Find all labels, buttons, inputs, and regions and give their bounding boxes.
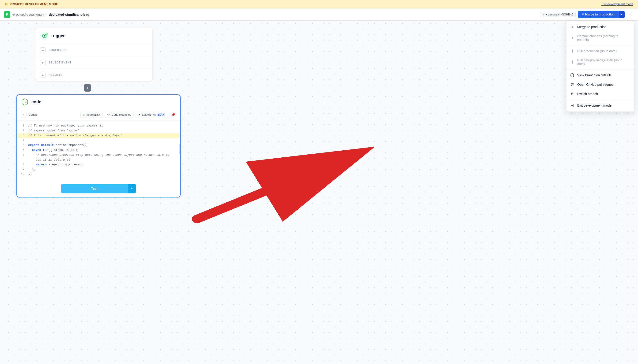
workflow-icon: ⊙ — [12, 13, 15, 16]
dropdown-item-exit-dev[interactable]: Exit development mode — [566, 101, 634, 110]
code-content-8: return steps.trigger.event — [36, 162, 83, 167]
test-dropdown-button[interactable]: ▾ — [128, 184, 136, 193]
merge-to-production-button[interactable]: ⑂ Merge to production — [578, 11, 618, 18]
branch-icon: ⑂ — [543, 13, 544, 16]
ai-icon: ✦ — [138, 113, 140, 116]
code-line-5: 5 export default defineComponent({ — [21, 143, 176, 148]
beta-badge: BETA — [157, 113, 165, 116]
code-content-3: // This comment will show how changes ar… — [28, 133, 121, 138]
test-button-area: Test ▾ — [17, 180, 180, 197]
code-section-label: CODE — [29, 113, 37, 116]
line-num-9: 9 — [21, 167, 24, 172]
nodejs-icon — [21, 98, 29, 106]
exit-icon — [570, 103, 574, 108]
chevron-down-icon: ▾ — [131, 187, 133, 190]
line-num-8: 8 — [21, 162, 24, 167]
separator-3 — [566, 100, 634, 100]
svg-point-0 — [572, 37, 573, 39]
select-event-expand-icon: ▶ — [40, 60, 46, 65]
dropdown-item-open-pr[interactable]: Open GitHub pull request — [566, 80, 634, 89]
dot-icon — [570, 36, 574, 40]
main-content: trigger ▶ CONFIGURE ▶ SELECT EVENT ▶ RES… — [0, 20, 638, 364]
merge-icon — [570, 25, 574, 29]
project-name[interactable]: dedicated-significant-lead — [49, 13, 89, 16]
results-expand-icon: ▶ — [40, 72, 46, 78]
code-line-8: 8 return steps.trigger.event — [21, 162, 176, 167]
line-num-5: 5 — [21, 143, 24, 148]
merge-button-group: ⑂ Merge to production ▾ — [578, 11, 625, 18]
code-line-3: 3 // This comment will show how changes … — [17, 133, 180, 138]
breadcrumb-sep: > — [46, 13, 47, 16]
line-num-4: 4 — [21, 138, 24, 143]
configure-label: CONFIGURE — [49, 48, 67, 52]
code-content-6: async run({ steps, $ }) { — [28, 148, 78, 153]
pull-dev-icon — [570, 60, 574, 64]
dropdown-view-github-label: View branch on GitHub — [577, 73, 611, 77]
branch-badge: ⑂ ♥ dev-pravin-SQHB46 — [540, 12, 576, 17]
trigger-results-section[interactable]: ▶ RESULTS — [36, 69, 152, 81]
keyword-export: export — [28, 143, 39, 147]
select-event-label: SELECT EVENT — [49, 61, 72, 64]
dropdown-merge-label: Merge to production — [577, 25, 606, 29]
dropdown-item-merge[interactable]: Merge to production — [566, 22, 634, 32]
test-button[interactable]: Test — [61, 184, 128, 193]
separator-2 — [566, 69, 634, 70]
trigger-icon — [40, 32, 49, 40]
dropdown-item-pull-dev: Pull dev-pravin-SQHB46 (up to date) — [566, 56, 634, 68]
org-name[interactable]: ⊙ poised-usual-kingly — [12, 13, 44, 16]
line-num-10: 10 — [21, 172, 24, 177]
nav-right: ⑂ ♥ dev-pravin-SQHB46 ⑂ Merge to product… — [540, 10, 634, 18]
dropdown-exit-dev-label: Exit development mode — [577, 104, 611, 107]
dropdown-pull-prod-label: Pull production (up to date) — [577, 49, 617, 53]
code-line-6: 6 async run({ steps, $ }) { — [21, 148, 176, 153]
code-line-7: 7 // Reference previous step data using … — [21, 153, 176, 162]
pin-button[interactable]: 📌 — [170, 112, 176, 118]
line-num-6: 6 — [21, 148, 24, 153]
code-examples-button[interactable]: <> Code examples — [105, 112, 134, 118]
code-card-header: code — [17, 95, 180, 109]
code-line-9: 9 }, — [21, 167, 176, 172]
trigger-select-event-section[interactable]: ▶ SELECT EVENT — [36, 56, 152, 69]
results-label: RESULTS — [49, 73, 62, 76]
branch-switch-icon — [570, 92, 574, 96]
add-step-button[interactable]: + — [84, 84, 91, 92]
trigger-card: trigger ▶ CONFIGURE ▶ SELECT EVENT ▶ RES… — [35, 28, 152, 81]
dev-banner: ⚙ PROJECT DEVELOPMENT MODE Exit developm… — [0, 0, 638, 8]
code-editor[interactable]: 1 // To use any npm package, just import… — [17, 121, 180, 180]
merge-dropdown-arrow[interactable]: ▾ — [618, 11, 625, 18]
edit-with-ai-button[interactable]: ✦ Edit with AI BETA — [136, 112, 168, 118]
configure-expand-icon: ▶ — [40, 47, 46, 53]
code-content-1: // To use any npm package, just import i… — [28, 124, 103, 128]
code-line-10: 10 }) — [21, 172, 176, 177]
line-num-1: 1 — [21, 124, 24, 128]
trigger-configure-section[interactable]: ▶ CONFIGURE — [36, 44, 152, 56]
top-nav: P ⊙ poised-usual-kingly > dedicated-sign… — [0, 8, 638, 20]
nodejs-version-button[interactable]: ⬡ nodejs18.x — [80, 112, 103, 118]
code-line-2: 2 // import axios from "axios" — [21, 128, 176, 133]
test-button-group: Test ▾ — [61, 184, 136, 193]
dropdown-item-commit: Commit changes (nothing to commit) — [566, 32, 634, 44]
keyword-async: async — [32, 148, 41, 152]
code-title: code — [32, 100, 41, 104]
exit-dev-mode-link[interactable]: Exit development mode — [601, 2, 633, 6]
dropdown-item-view-github[interactable]: View branch on GitHub — [566, 70, 634, 80]
line-num-7: 7 — [21, 153, 24, 162]
github-icon — [570, 73, 574, 77]
branch-name: ♥ dev-pravin-SQHB46 — [545, 13, 573, 16]
code-content-7: // Reference previous step data using th… — [36, 153, 176, 162]
chevron-down-icon: ▾ — [621, 13, 622, 16]
code-content-2: // import axios from "axios" — [28, 128, 79, 133]
scrollbar — [179, 144, 180, 154]
dev-mode-label: ⚙ PROJECT DEVELOPMENT MODE — [5, 2, 58, 6]
dropdown-commit-label: Commit changes (nothing to commit) — [577, 34, 630, 42]
dropdown-item-switch-branch[interactable]: Switch branch — [566, 89, 634, 98]
dropdown-item-pull-prod: Pull production (up to date) — [566, 46, 634, 56]
more-options-button[interactable]: ⋮ — [627, 10, 634, 18]
trigger-title: trigger — [51, 34, 65, 38]
dropdown-open-pr-label: Open GitHub pull request — [577, 83, 614, 86]
collapse-code-button[interactable]: ▾ — [21, 112, 27, 118]
keyword-return: return — [36, 163, 47, 166]
warning-icon: ⚙ — [5, 2, 8, 6]
trigger-card-header: trigger — [36, 28, 152, 44]
workflow-canvas: trigger ▶ CONFIGURE ▶ SELECT EVENT ▶ RES… — [0, 20, 638, 364]
